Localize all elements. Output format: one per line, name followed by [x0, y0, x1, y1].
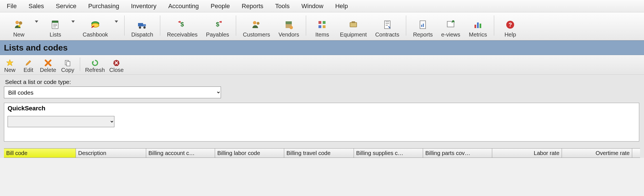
svg-rect-14: [143, 24, 146, 26]
grid-column-header[interactable]: Billing labor code: [215, 149, 284, 158]
contracts-button[interactable]: Contracts: [374, 14, 401, 38]
grid-column-header[interactable]: Billing supplies c…: [354, 149, 423, 158]
svg-point-19: [253, 21, 256, 24]
page-title: Lists and codes: [0, 40, 644, 55]
eviews-icon: [445, 19, 456, 30]
truck-icon: [137, 19, 148, 30]
grid-icon: [317, 19, 328, 30]
menubar: File Sales Service Purchasing Inventory …: [0, 0, 644, 12]
svg-rect-32: [421, 25, 422, 27]
document-icon: [50, 19, 61, 30]
cashbook-label: Cashbook: [83, 31, 108, 38]
quicksearch-title: QuickSearch: [8, 105, 636, 112]
delete-x-icon: [44, 59, 52, 67]
customers-button[interactable]: Customers: [241, 14, 272, 38]
receivables-button[interactable]: $ Receivables: [165, 14, 199, 38]
action-refresh-button[interactable]: Refresh: [84, 56, 106, 73]
svg-rect-29: [352, 21, 355, 23]
svg-point-0: [15, 21, 19, 24]
vendors-button[interactable]: Vendors: [277, 14, 301, 38]
svg-point-15: [139, 26, 141, 29]
grid-column-header[interactable]: Overtime rate: [562, 149, 632, 158]
toolbar-separator: [160, 15, 160, 36]
grid-column-header[interactable]: Billing travel code: [284, 149, 354, 158]
reports-button[interactable]: Reports: [411, 14, 434, 38]
report-icon: [417, 19, 428, 30]
grid-column-header[interactable]: Billing parts cov…: [423, 149, 492, 158]
menu-people[interactable]: People: [208, 1, 232, 11]
payables-button[interactable]: $ Payables: [204, 14, 231, 38]
svg-rect-33: [423, 24, 424, 27]
action-close-button[interactable]: Close: [108, 56, 125, 73]
svg-text:$: $: [180, 21, 184, 28]
action-separator: [80, 58, 80, 71]
items-button[interactable]: Items: [311, 14, 333, 38]
svg-point-16: [143, 26, 146, 29]
menu-reports[interactable]: Reports: [239, 1, 266, 11]
menu-accounting[interactable]: Accounting: [166, 1, 201, 11]
svg-rect-35: [474, 25, 476, 28]
new-label: New: [13, 31, 24, 38]
svg-rect-37: [480, 24, 481, 28]
cashbook-button[interactable]: Cashbook: [81, 14, 110, 38]
menu-purchasing[interactable]: Purchasing: [86, 1, 121, 11]
action-edit-label: Edit: [24, 67, 33, 73]
items-label: Items: [315, 31, 329, 38]
action-copy-button[interactable]: Copy: [60, 56, 76, 73]
equipment-icon: [348, 19, 359, 30]
action-edit-button[interactable]: Edit: [20, 56, 37, 73]
contracts-label: Contracts: [375, 31, 399, 38]
svg-rect-28: [350, 22, 357, 27]
menu-service[interactable]: Service: [54, 1, 79, 11]
customers-label: Customers: [243, 31, 270, 38]
cashbook-dropdown-arrow[interactable]: [115, 20, 118, 23]
menu-window[interactable]: Window: [299, 1, 326, 11]
help-button[interactable]: ? Help: [499, 14, 521, 38]
svg-rect-13: [138, 23, 143, 26]
list-type-select[interactable]: Bill codes: [4, 86, 221, 98]
help-label: Help: [505, 31, 516, 38]
menu-help[interactable]: Help: [333, 1, 350, 11]
grid-column-header[interactable]: Description: [76, 149, 146, 158]
toolbar-separator: [406, 15, 406, 36]
metrics-button[interactable]: Metrics: [467, 14, 489, 38]
new-button[interactable]: New: [8, 14, 30, 38]
eviews-label: e-views: [441, 31, 460, 38]
svg-rect-25: [323, 21, 326, 24]
action-new-label: New: [4, 67, 15, 73]
equipment-label: Equipment: [340, 31, 367, 38]
action-delete-button[interactable]: Delete: [39, 56, 57, 73]
new-dropdown-arrow[interactable]: [35, 20, 38, 23]
lists-button[interactable]: Lists: [44, 14, 66, 38]
eviews-button[interactable]: e-views: [439, 14, 462, 38]
svg-marker-40: [6, 60, 13, 66]
receivables-label: Receivables: [167, 31, 198, 38]
equipment-button[interactable]: Equipment: [338, 14, 369, 38]
dollar-out-icon: $: [212, 19, 223, 30]
action-refresh-label: Refresh: [85, 67, 105, 73]
svg-rect-36: [477, 22, 479, 28]
svg-rect-27: [323, 25, 326, 28]
quicksearch-combo[interactable]: [8, 116, 114, 127]
action-new-button[interactable]: New: [2, 56, 18, 73]
menu-inventory[interactable]: Inventory: [129, 1, 159, 11]
menu-tools[interactable]: Tools: [273, 1, 292, 11]
star-icon: [6, 59, 14, 67]
dollar-in-icon: $: [177, 19, 188, 30]
grid-column-header[interactable]: Billing account c…: [146, 149, 215, 158]
dispatch-button[interactable]: Dispatch: [130, 14, 155, 38]
action-delete-label: Delete: [40, 67, 56, 73]
quicksearch-panel: QuickSearch: [4, 103, 639, 142]
menu-sales[interactable]: Sales: [26, 1, 46, 11]
grid-column-header[interactable]: Labor rate: [492, 149, 562, 158]
lists-label: Lists: [49, 31, 61, 38]
svg-rect-21: [286, 21, 292, 24]
select-list-label: Select a list or code type:: [5, 79, 640, 85]
grid-column-header[interactable]: Bill code: [4, 149, 76, 158]
menu-file[interactable]: File: [4, 1, 19, 11]
action-copy-label: Copy: [61, 67, 74, 73]
svg-rect-34: [447, 21, 454, 27]
svg-rect-4: [52, 21, 58, 23]
money-icon: [90, 19, 101, 30]
lists-dropdown-arrow[interactable]: [71, 20, 75, 23]
